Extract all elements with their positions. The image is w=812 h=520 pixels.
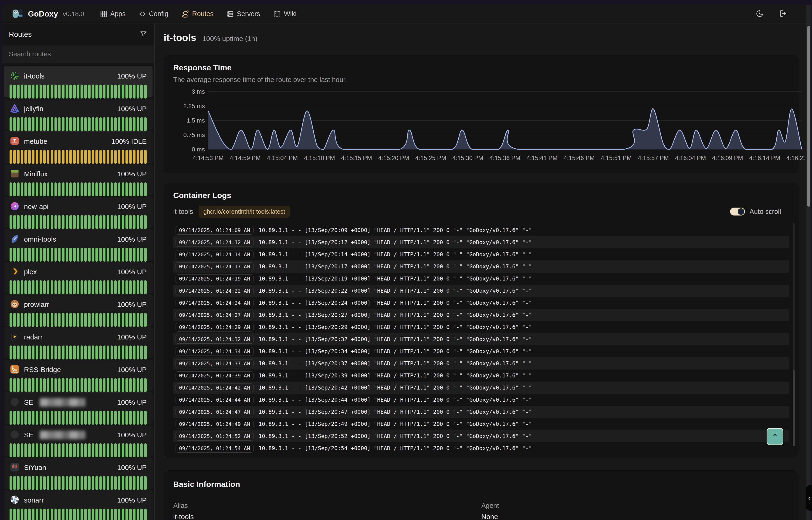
book-icon: [273, 10, 281, 18]
route-name: sonarr: [24, 496, 44, 504]
apps-grid-icon: [100, 10, 107, 18]
route-name: SE: [24, 398, 33, 406]
sidebar-route-plex[interactable]: plex 100% UP: [4, 262, 152, 293]
nav-item-label: Wiki: [284, 10, 297, 18]
page-scrollbar[interactable]: [806, 5, 811, 520]
app-window: GoDoxy v0.18.0 AppsConfigRoutesServersWi…: [2, 4, 811, 520]
toggle-knob: [738, 208, 744, 215]
sidebar-route-miniflux[interactable]: Miniflux 100% UP: [4, 164, 152, 195]
log-scrollbar-thumb[interactable]: [793, 370, 795, 446]
route-status: 100% UP: [117, 333, 147, 341]
uptime-bars: [9, 117, 147, 131]
route-list: it-tools 100% UP jellyfin 100% UP metube…: [2, 63, 155, 520]
brand-name: GoDoxy: [28, 9, 58, 19]
log-timestamp: 09/14/2025, 01:24:29 AM: [175, 323, 253, 332]
svg-text:4:15:41 PM: 4:15:41 PM: [527, 154, 558, 161]
route-name: radarr: [24, 333, 43, 341]
log-timestamp: 09/14/2025, 01:24:12 AM: [175, 238, 253, 247]
sidebar-route-prowlarr[interactable]: prowlarr 100% UP: [4, 294, 152, 326]
route-status: 100% UP: [117, 203, 147, 211]
redacted-name-blur: [40, 431, 85, 439]
main-panel: it-tools 100% uptime (1h) Response Time …: [155, 24, 811, 520]
sidebar-route-siyuan[interactable]: SiYuan 100% UP: [4, 458, 152, 489]
uptime-bars: [9, 411, 147, 425]
container-image-badge[interactable]: ghcr.io/corentinth/it-tools:latest: [199, 206, 289, 217]
sidebar-route-it-tools[interactable]: it-tools 100% UP: [4, 66, 152, 97]
sidebar-route-metube[interactable]: metube 100% IDLE: [4, 131, 152, 163]
response-time-title: Response Time: [173, 63, 789, 72]
sidebar-route-se[interactable]: SE 100% UP: [4, 392, 152, 423]
svg-text:4:15:57 PM: 4:15:57 PM: [638, 154, 669, 161]
log-row: 09/14/2025, 01:24:47 AM10.89.3.1 - - [13…: [173, 406, 789, 418]
page-scrollbar-thumb[interactable]: [807, 26, 810, 207]
log-message: 10.89.3.1 - - [13/Sep/20:49 +0000] "HEAD…: [259, 421, 532, 427]
log-timestamp: 09/14/2025, 01:24:42 AM: [175, 384, 253, 392]
log-timestamp: 09/14/2025, 01:24:14 AM: [175, 250, 253, 259]
log-timestamp: 09/14/2025, 01:24:32 AM: [175, 335, 253, 344]
sidebar-route-new-api[interactable]: new-api 100% UP: [4, 197, 152, 228]
log-message: 10.89.3.1 - - [13/Sep/20:32 +0000] "HEAD…: [259, 336, 532, 342]
sidebar-route-radarr[interactable]: radarr 100% UP: [4, 327, 152, 358]
godoxy-logo-icon: [12, 8, 24, 20]
nav-right: [756, 9, 800, 19]
log-list[interactable]: 09/14/2025, 01:24:09 AM10.89.3.1 - - [13…: [173, 224, 789, 454]
sidebar-route-omni-tools[interactable]: omni-tools 100% UP: [4, 229, 152, 260]
route-name: it-tools: [24, 72, 45, 80]
svg-text:0 ms: 0 ms: [192, 146, 205, 153]
chart-svg: 3 ms2.25 ms1.5 ms0.75 ms0 ms4:14:53 PM4:…: [173, 89, 805, 163]
scroll-to-top-button[interactable]: ⌃: [766, 428, 783, 445]
log-row: 09/14/2025, 01:24:14 AM10.89.3.1 - - [13…: [173, 249, 789, 260]
log-message: 10.89.3.1 - - [13/Sep/20:14 +0000] "HEAD…: [259, 251, 532, 258]
svg-text:4:15:15 PM: 4:15:15 PM: [341, 154, 372, 161]
log-timestamp: 09/14/2025, 01:24:24 AM: [175, 299, 253, 307]
log-message: 10.89.3.1 - - [13/Sep/20:52 +0000] "HEAD…: [259, 433, 532, 439]
new-api-icon: [9, 201, 20, 212]
siyuan-icon: [9, 462, 20, 473]
log-timestamp: 09/14/2025, 01:24:47 AM: [175, 408, 253, 416]
logout-icon[interactable]: [779, 9, 787, 19]
routes-sidebar: Routes Search routes it-tools 100% UP je…: [2, 24, 155, 520]
route-name: SE: [24, 431, 33, 439]
svg-text:4:16:23 PM: 4:16:23 PM: [786, 154, 805, 161]
svg-text:4:14:59 PM: 4:14:59 PM: [230, 154, 261, 161]
sidebar-route-rss-bridge[interactable]: rssBridge RSS-Bridge 100% UP: [4, 360, 152, 391]
sidebar-route-jellyfin[interactable]: jellyfin 100% UP: [4, 99, 152, 130]
field-value: it-tools: [173, 513, 481, 520]
nav-item-servers[interactable]: Servers: [226, 10, 260, 18]
sidebar-route-sonarr[interactable]: sonarr 100% UP: [4, 490, 152, 520]
log-message: 10.89.3.1 - - [13/Sep/20:22 +0000] "HEAD…: [259, 287, 532, 294]
drawer-collapse-button[interactable]: ‹: [806, 485, 812, 511]
basic-field-agent: AgentNone: [481, 502, 790, 520]
route-status: 100% UP: [117, 268, 147, 276]
search-routes-input[interactable]: Search routes: [2, 45, 155, 63]
route-name: metube: [24, 137, 47, 146]
log-scrollbar[interactable]: [793, 223, 795, 446]
filter-funnel-icon[interactable]: [139, 30, 147, 39]
nav-item-apps[interactable]: Apps: [100, 10, 125, 18]
sidebar-header: Routes: [2, 24, 155, 45]
log-timestamp: 09/14/2025, 01:24:49 AM: [175, 420, 253, 428]
brand[interactable]: GoDoxy v0.18.0: [12, 8, 84, 20]
nav-item-wiki[interactable]: Wiki: [273, 10, 297, 18]
auto-scroll-label: Auto scroll: [750, 208, 781, 215]
log-message: 10.89.3.1 - - [13/Sep/20:34 +0000] "HEAD…: [259, 348, 532, 355]
nav-item-config[interactable]: Config: [139, 10, 169, 18]
log-row: 09/14/2025, 01:24:27 AM10.89.3.1 - - [13…: [173, 309, 789, 321]
nav-items: AppsConfigRoutesServersWiki: [100, 10, 297, 18]
uptime-bars: [9, 150, 147, 164]
uptime-bars: [9, 378, 147, 392]
moon-icon[interactable]: [756, 9, 764, 19]
log-timestamp: 09/14/2025, 01:24:54 AM: [175, 444, 253, 453]
basic-information-title: Basic Information: [173, 480, 789, 489]
svg-text:4:16:04 PM: 4:16:04 PM: [675, 154, 706, 161]
nav-item-routes[interactable]: Routes: [181, 10, 214, 18]
route-status: 100% UP: [117, 72, 147, 80]
page-title: it-tools: [164, 32, 196, 43]
sidebar-route-se[interactable]: SE 100% UP: [4, 425, 152, 456]
log-row: 09/14/2025, 01:24:54 AM10.89.3.1 - - [13…: [173, 442, 789, 454]
basic-info-grid: Aliasit-toolsAgentNoneHost: [173, 502, 789, 520]
svg-text:rss: rss: [14, 369, 17, 371]
nav-item-label: Routes: [192, 10, 214, 18]
auto-scroll-toggle[interactable]: [730, 208, 745, 215]
svg-text:3 ms: 3 ms: [192, 89, 205, 95]
